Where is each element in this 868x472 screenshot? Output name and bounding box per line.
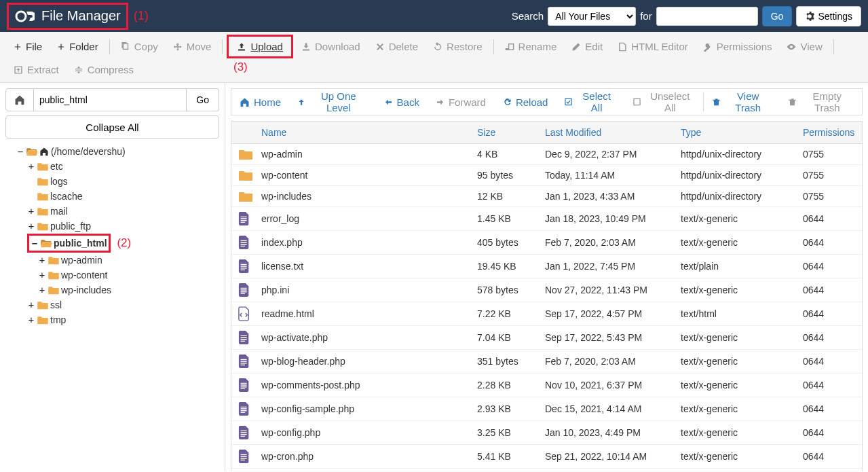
home-button[interactable]: Home [231,91,289,113]
x-icon [375,42,385,52]
col-header-perm[interactable]: Permissions [803,127,862,138]
cell-type: httpd/unix-directory [681,170,803,181]
table-row[interactable]: readme.html7.22 KBSep 17, 2022, 4:57 PMt… [231,302,862,326]
cell-size: 7.04 KB [477,332,545,343]
doc-icon [618,42,627,52]
table-row[interactable]: wp-admin4 KBDec 9, 2022, 2:37 PMhttpd/un… [231,144,862,165]
cell-name: readme.html [261,308,477,319]
cell-perm: 0755 [803,191,862,202]
new-folder-button[interactable]: Folder [50,37,105,56]
table-row[interactable]: wp-includes12 KBJan 1, 2023, 4:33 AMhttp… [231,186,862,207]
cell-perm: 0755 [803,170,862,181]
table-row[interactable]: wp-config.php3.25 KBJan 10, 2023, 4:49 P… [231,421,862,445]
cell-modified: Feb 7, 2020, 2:03 AM [545,356,681,367]
cell-perm: 0644 [803,356,862,367]
table-row[interactable]: wp-blog-header.php351 bytesFeb 7, 2020, … [231,350,862,374]
settings-button[interactable]: Settings [796,6,861,26]
collapse-all-button[interactable]: Collapse All [5,115,219,139]
reload-button[interactable]: Reload [494,91,556,113]
table-row[interactable]: license.txt19.45 KBJan 1, 2022, 7:45 PMt… [231,255,862,278]
cell-name: wp-content [261,170,477,181]
cell-modified: Jan 1, 2023, 4:33 AM [545,191,681,202]
view-button[interactable]: View [780,37,829,56]
table-row[interactable]: wp-links-opml.php2.44 KBMar 20, 2022, 3:… [231,469,862,471]
cell-type: text/html [681,308,803,319]
folder-icon [37,300,48,310]
table-row[interactable]: error_log1.45 KBJan 18, 2023, 10:49 PMte… [231,207,862,231]
extract-button[interactable]: Extract [7,60,66,79]
tree-node-etc[interactable]: +etc [27,159,63,174]
folder-icon [37,206,48,216]
copy-icon [121,42,130,52]
permissions-button[interactable]: Permissions [696,37,779,56]
tree-node-mail[interactable]: +mail [27,204,68,219]
edit-button[interactable]: Edit [565,37,609,56]
unselect-all-button[interactable]: Unselect All [624,85,703,119]
cell-name: license.txt [261,261,477,272]
table-row[interactable]: wp-activate.php7.04 KBSep 17, 2022, 5:43… [231,326,862,350]
cell-perm: 0644 [803,332,862,343]
cell-modified: Nov 10, 2021, 6:37 PM [545,380,681,391]
download-button[interactable]: Download [295,37,367,56]
annotation-2: (2) [117,236,131,249]
cpanel-logo-icon [14,6,35,26]
tree-node-wp-content[interactable]: +wp-content [38,268,107,283]
file-icon [238,259,250,274]
cell-perm: 0644 [803,380,862,391]
table-row[interactable]: wp-cron.php5.41 KBSep 21, 2022, 10:14 AM… [231,445,862,469]
cell-type: text/x-generic [681,285,803,295]
upload-button[interactable]: Upload [230,37,290,56]
col-header-size[interactable]: Size [477,127,545,138]
html-editor-button[interactable]: HTML Editor [611,37,695,56]
tree-node-public-ftp[interactable]: +public_ftp [27,219,91,234]
file-icon [238,211,250,226]
search-filter-select[interactable]: All Your Files [548,7,636,26]
copy-button[interactable]: Copy [114,37,165,56]
search-go-button[interactable]: Go [762,6,793,26]
home-icon [14,94,25,105]
search-input[interactable] [656,7,758,26]
cell-size: 5.41 KB [477,451,545,462]
table-row[interactable]: wp-content95 bytesToday, 11:14 AMhttpd/u… [231,165,862,186]
cell-type: text/x-generic [681,380,803,391]
cell-size: 3.25 KB [477,427,545,438]
cell-perm: 0755 [803,149,862,160]
col-header-type[interactable]: Type [681,127,803,138]
col-header-name[interactable]: Name [261,127,477,138]
main-toolbar: File Folder Copy Move Upload (3) Downloa… [0,32,868,83]
table-row[interactable]: php.ini578 bytesNov 27, 2022, 11:43 PMte… [231,278,862,302]
path-go-button[interactable]: Go [187,88,219,111]
new-file-button[interactable]: File [7,37,49,56]
tree-node-logs[interactable]: logs [27,174,68,189]
file-icon [238,330,250,345]
delete-button[interactable]: Delete [369,37,425,56]
path-home-button[interactable] [5,88,34,111]
select-all-button[interactable]: Select All [556,85,624,119]
file-icon [238,425,250,440]
tree-root[interactable]: − (/home/devershu) [16,144,126,159]
tree-node-ssl[interactable]: +ssl [27,297,62,312]
col-header-modified[interactable]: Last Modified [545,127,681,138]
compress-button[interactable]: Compress [67,60,140,79]
cell-modified: Sep 17, 2022, 5:43 PM [545,332,681,343]
tree-node-wp-includes[interactable]: +wp-includes [38,283,111,297]
forward-button[interactable]: Forward [428,91,494,113]
table-row[interactable]: wp-comments-post.php2.28 KBNov 10, 2021,… [231,374,862,397]
tree-node-public-html[interactable]: −public_html [27,234,111,253]
up-one-level-button[interactable]: Up One Level [289,85,376,119]
tree-node-wp-admin[interactable]: +wp-admin [38,253,102,268]
cell-size: 578 bytes [477,285,545,295]
restore-button[interactable]: Restore [426,37,489,56]
move-button[interactable]: Move [166,37,219,56]
tree-node-tmp[interactable]: +tmp [27,312,66,327]
tree-node-lscache[interactable]: lscache [27,189,82,204]
table-row[interactable]: wp-config-sample.php2.93 KBDec 15, 2021,… [231,397,862,421]
cell-type: text/x-generic [681,427,803,438]
table-row[interactable]: index.php405 bytesFeb 7, 2020, 2:03 AMte… [231,231,862,255]
empty-trash-button[interactable]: Empty Trash [780,85,862,119]
cell-perm: 0644 [803,451,862,462]
view-trash-button[interactable]: View Trash [704,85,780,119]
rename-button[interactable]: Rename [498,37,564,56]
path-input[interactable] [34,88,187,111]
back-button[interactable]: Back [376,91,428,113]
